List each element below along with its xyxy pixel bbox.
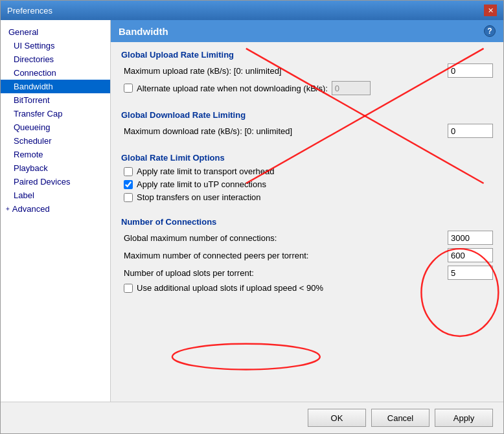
rate-limit-transport-row: Apply rate limit to transport overhead bbox=[121, 166, 493, 176]
sidebar-item-general[interactable]: General bbox=[1, 25, 110, 39]
upload-alt-label: Alternate upload rate when not downloadi… bbox=[137, 84, 328, 93]
rate-limit-transport-label: Apply rate limit to transport overhead bbox=[137, 166, 274, 176]
expand-icon: + bbox=[6, 205, 10, 212]
rate-limit-transport-checkbox[interactable] bbox=[124, 167, 133, 176]
sidebar-item-advanced[interactable]: + Advanced bbox=[1, 202, 110, 216]
max-peers-row: Maximum number of connected peers per to… bbox=[121, 248, 493, 262]
sidebar-item-remote[interactable]: Remote bbox=[1, 148, 110, 161]
rate-limit-stop-checkbox[interactable] bbox=[124, 193, 133, 202]
sidebar-item-queueing[interactable]: Queueing bbox=[1, 120, 110, 134]
sidebar-item-playback[interactable]: Playback bbox=[1, 161, 110, 175]
upload-max-row: Maximum upload rate (kB/s): [0: unlimite… bbox=[121, 63, 493, 78]
content-area: Global Upload Rate Limiting Maximum uplo… bbox=[111, 42, 503, 402]
global-max-input[interactable] bbox=[448, 231, 493, 245]
upload-max-label: Maximum upload rate (kB/s): [0: unlimite… bbox=[124, 66, 448, 76]
dialog-body: General UI Settings Directories Connecti… bbox=[1, 20, 503, 402]
upload-slots-row: Number of upload slots per torrent: bbox=[121, 266, 493, 280]
sidebar: General UI Settings Directories Connecti… bbox=[1, 20, 111, 402]
title-bar: Preferences ✕ bbox=[1, 1, 503, 20]
global-max-label: Global maximum number of connections: bbox=[124, 233, 448, 243]
additional-slots-checkbox[interactable] bbox=[124, 284, 133, 293]
download-max-input[interactable] bbox=[448, 124, 493, 138]
additional-slots-label: Use additional upload slots if upload sp… bbox=[137, 283, 323, 293]
apply-button[interactable]: Apply bbox=[435, 409, 493, 427]
download-section-title: Global Download Rate Limiting bbox=[121, 110, 493, 120]
sidebar-item-bandwidth[interactable]: Bandwidth bbox=[1, 80, 110, 93]
ok-button[interactable]: OK bbox=[308, 409, 366, 427]
section-title: Bandwidth bbox=[119, 26, 168, 37]
section-header: Bandwidth ? bbox=[111, 20, 503, 42]
help-icon[interactable]: ? bbox=[484, 25, 496, 37]
rate-limit-utp-checkbox[interactable] bbox=[124, 180, 133, 189]
sidebar-item-transfer-cap[interactable]: Transfer Cap bbox=[1, 107, 110, 120]
sidebar-item-paired-devices[interactable]: Paired Devices bbox=[1, 175, 110, 188]
sidebar-item-scheduler[interactable]: Scheduler bbox=[1, 134, 110, 148]
dialog-title: Preferences bbox=[7, 6, 52, 16]
sidebar-item-directories[interactable]: Directories bbox=[1, 52, 110, 66]
sidebar-item-connection[interactable]: Connection bbox=[1, 66, 110, 80]
rate-limit-stop-row: Stop transfers on user interaction bbox=[121, 192, 493, 202]
rate-limit-stop-label: Stop transfers on user interaction bbox=[137, 192, 261, 202]
global-max-row: Global maximum number of connections: bbox=[121, 231, 493, 245]
sidebar-item-bittorrent[interactable]: BitTorrent bbox=[1, 93, 110, 107]
upload-slots-input[interactable] bbox=[448, 266, 493, 280]
upload-alt-input[interactable] bbox=[332, 81, 371, 95]
max-peers-input[interactable] bbox=[448, 248, 493, 262]
upload-slots-label: Number of upload slots per torrent: bbox=[124, 268, 448, 278]
sidebar-item-label[interactable]: Label bbox=[1, 188, 110, 202]
rate-limit-utp-row: Apply rate limit to uTP connections bbox=[121, 179, 493, 189]
upload-alt-checkbox[interactable] bbox=[124, 84, 133, 93]
dialog-footer: OK Cancel Apply bbox=[1, 402, 503, 433]
additional-slots-row: Use additional upload slots if upload sp… bbox=[121, 283, 493, 293]
upload-section-title: Global Upload Rate Limiting bbox=[121, 50, 493, 60]
rate-limit-utp-label: Apply rate limit to uTP connections bbox=[137, 179, 266, 189]
preferences-dialog: Preferences ✕ General UI Settings Direct… bbox=[0, 0, 504, 434]
download-max-label: Maximum download rate (kB/s): [0: unlimi… bbox=[124, 126, 448, 136]
download-max-row: Maximum download rate (kB/s): [0: unlimi… bbox=[121, 124, 493, 138]
upload-max-input[interactable] bbox=[448, 63, 493, 78]
main-content: Bandwidth ? Global Upload Rate Limiting … bbox=[111, 20, 503, 402]
upload-alt-row: Alternate upload rate when not downloadi… bbox=[121, 81, 493, 95]
close-button[interactable]: ✕ bbox=[484, 5, 497, 16]
max-peers-label: Maximum number of connected peers per to… bbox=[124, 251, 448, 260]
cancel-button[interactable]: Cancel bbox=[371, 409, 430, 427]
svg-point-3 bbox=[172, 344, 320, 370]
connections-section-title: Number of Connections bbox=[121, 217, 493, 227]
sidebar-item-ui-settings[interactable]: UI Settings bbox=[1, 39, 110, 52]
rate-limit-section-title: Global Rate Limit Options bbox=[121, 153, 493, 163]
